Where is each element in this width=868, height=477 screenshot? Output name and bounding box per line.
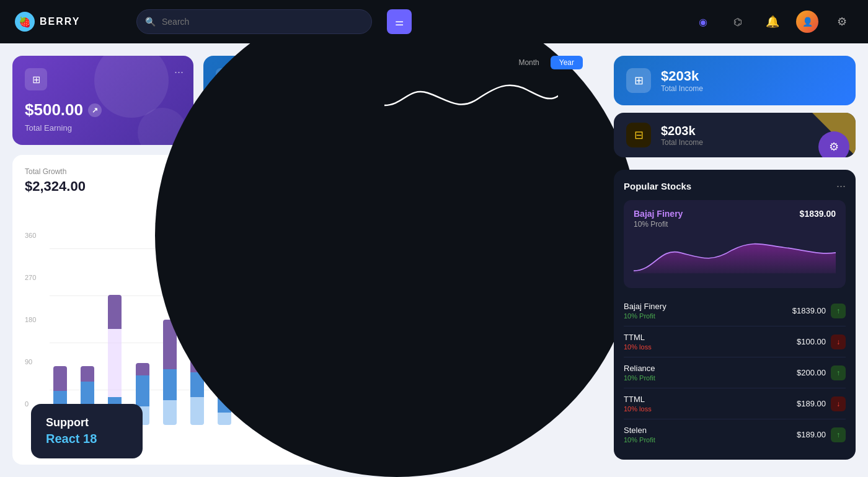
filter-button[interactable]: ⚌ xyxy=(387,9,412,34)
featured-stock-profit: 10% Profit xyxy=(634,220,836,229)
stock-info-3: Reliance 10% Profit xyxy=(624,364,655,382)
logo-icon: 🍓 xyxy=(15,12,35,32)
signal-icon[interactable]: ◉ xyxy=(692,11,714,33)
main-content: ⊞ ··· $500.00 ↗ Total Earning 🛍 $961 ↗ T… xyxy=(0,43,868,477)
stock-badge-4: ↓ xyxy=(831,396,846,411)
featured-stock-header: Bajaj Finery $1839.00 xyxy=(634,209,836,219)
bar-group-1 xyxy=(50,214,71,425)
earning-label: Total Earning xyxy=(25,123,181,133)
income-label-blue: Total Income xyxy=(661,84,703,93)
gear-button[interactable]: ⚙ xyxy=(818,131,849,157)
income-label-dark: Total Income xyxy=(661,138,703,147)
featured-stock-price: $1839.00 xyxy=(800,209,836,219)
income-amount-dark: $203k xyxy=(661,124,703,138)
y-axis-labels: 360 270 180 90 0 xyxy=(25,214,36,425)
earning-card-more[interactable]: ··· xyxy=(174,66,184,79)
support-title: Support xyxy=(46,416,128,429)
stocks-section: Popular Stocks ··· Bajaj Finery $1839.00… xyxy=(614,170,856,460)
income-card-blue: ⊞ $203k Total Income xyxy=(614,56,856,105)
logo-area: 🍓 BERRY xyxy=(15,12,126,32)
stock-profit-2: 10% loss xyxy=(624,343,652,351)
featured-stock-chart xyxy=(634,234,836,277)
income-info-dark: $203k Total Income xyxy=(661,124,703,147)
bar-light xyxy=(218,413,231,425)
stock-item-2: TTML 10% loss $100.00 ↓ xyxy=(624,326,846,357)
stock-info-5: Stelen 10% Profit xyxy=(624,426,655,444)
stock-name-1: Bajaj Finery xyxy=(624,302,666,311)
search-input[interactable] xyxy=(136,9,372,34)
bar-purple xyxy=(136,363,149,375)
stock-price-5: $189.00 xyxy=(797,430,826,439)
stock-item-1: Bajaj Finery 10% Profit $1839.00 ↑ xyxy=(624,295,846,326)
month-button[interactable]: Month xyxy=(510,56,547,69)
filter-icon: ⚌ xyxy=(395,16,404,28)
bar-blue xyxy=(136,375,149,406)
stock-profit-4: 10% loss xyxy=(624,405,652,413)
bar-group-3 xyxy=(104,214,125,425)
stocks-more-icon[interactable]: ··· xyxy=(836,180,846,193)
period-toggle: Month Year xyxy=(384,56,583,69)
stock-badge-1: ↑ xyxy=(831,304,846,318)
stock-price-3: $200.00 xyxy=(797,368,826,377)
logo-text: BERRY xyxy=(40,16,80,27)
stock-badge-5: ↑ xyxy=(831,427,846,442)
bar-blue xyxy=(163,369,177,400)
stock-info-4: TTML 10% loss xyxy=(624,395,652,413)
stock-list: Bajaj Finery 10% Profit $1839.00 ↑ TTML … xyxy=(624,295,846,450)
featured-stock-name: Bajaj Finery xyxy=(634,209,683,219)
stocks-header: Popular Stocks ··· xyxy=(624,180,846,193)
earning-card: ⊞ ··· $500.00 ↗ Total Earning xyxy=(12,56,193,145)
stock-item-3: Reliance 10% Profit $200.00 ↑ xyxy=(624,357,846,388)
support-tooltip: Support React 18 xyxy=(31,404,143,458)
growth-amount: $2,324.00 xyxy=(25,178,86,195)
stock-profit-5: 10% Profit xyxy=(624,436,655,444)
stock-info-1: Bajaj Finery 10% Profit xyxy=(624,302,666,320)
bar-purple xyxy=(81,366,94,382)
income-amount-blue: $203k xyxy=(661,68,703,84)
header: 🍓 BERRY 🔍 ⚌ ◉ ⌬ 🔔 👤 ⚙ xyxy=(0,0,868,43)
income-card-dark: ⊟ $203k Total Income ⚙ xyxy=(614,113,856,157)
bell-icon[interactable]: 🔔 xyxy=(761,11,784,33)
earning-card-icon: ⊞ xyxy=(25,68,47,90)
avatar[interactable]: 👤 xyxy=(796,11,818,33)
bar-purple xyxy=(108,295,122,329)
earning-amount: $500.00 ↗ xyxy=(25,100,181,120)
bar-group-4 xyxy=(132,214,153,425)
stock-price-1: $1839.00 xyxy=(792,306,826,315)
stock-name-2: TTML xyxy=(624,333,652,342)
stock-badge-2: ↓ xyxy=(831,335,846,349)
search-icon: 🔍 xyxy=(145,17,156,27)
earning-arrow-icon: ↗ xyxy=(88,103,102,117)
income-icon-dark: ⊟ xyxy=(626,123,651,147)
income-icon-blue: ⊞ xyxy=(626,68,651,93)
stock-badge-3: ↑ xyxy=(831,365,846,380)
stock-name-3: Reliance xyxy=(624,364,655,373)
settings-icon[interactable]: ⚙ xyxy=(831,11,853,33)
stock-price-4: $189.00 xyxy=(797,399,826,408)
stock-price-2: $100.00 xyxy=(797,337,826,346)
mid-section: Month Year xyxy=(384,56,583,126)
stock-profit-3: 10% Profit xyxy=(624,374,655,382)
stock-profit-1: 10% Profit xyxy=(624,312,666,320)
bar-light xyxy=(190,397,204,425)
growth-label: Total Growth xyxy=(25,167,86,176)
stock-name-5: Stelen xyxy=(624,426,655,435)
income-info-blue: $203k Total Income xyxy=(661,68,703,93)
right-content: ⊞ $203k Total Income ⊟ $203k Total Incom… xyxy=(601,43,868,477)
bar-light-top xyxy=(108,329,122,397)
bar-group-2 xyxy=(77,214,98,425)
stock-item-4: TTML 10% loss $189.00 ↓ xyxy=(624,388,846,419)
translate-icon[interactable]: ⌬ xyxy=(727,11,749,33)
stock-name-4: TTML xyxy=(624,395,652,404)
stocks-title: Popular Stocks xyxy=(624,181,691,191)
header-right: ◉ ⌬ 🔔 👤 ⚙ xyxy=(692,11,853,33)
wave-chart xyxy=(384,74,558,124)
stock-item-5: Stelen 10% Profit $189.00 ↑ xyxy=(624,419,846,450)
featured-stock-card: Bajaj Finery $1839.00 10% Profit xyxy=(624,200,846,288)
search-area: 🔍 xyxy=(136,9,372,34)
year-button[interactable]: Year xyxy=(551,56,583,69)
support-subtitle: React 18 xyxy=(46,432,128,446)
bar-purple xyxy=(53,366,67,391)
bar-light xyxy=(163,400,177,425)
stock-info-2: TTML 10% loss xyxy=(624,333,652,351)
